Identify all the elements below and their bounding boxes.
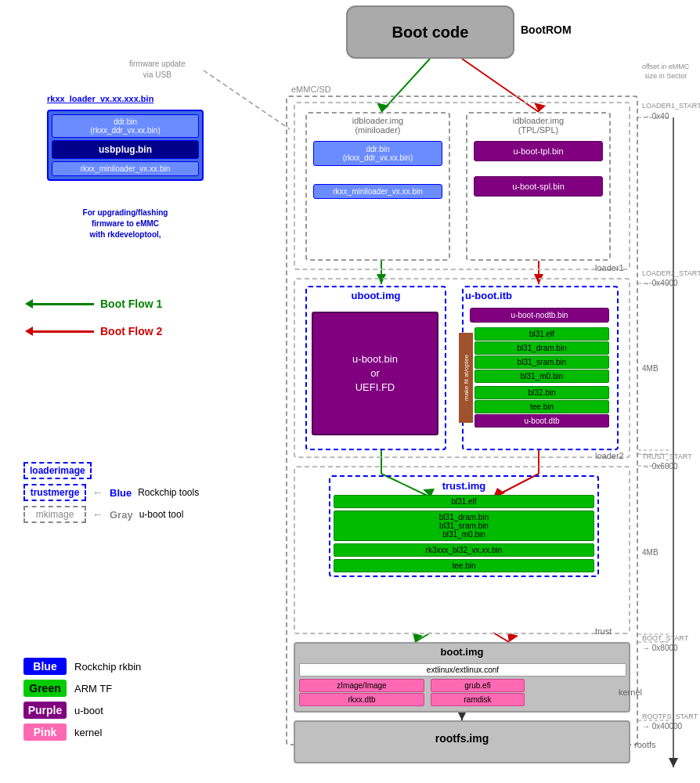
- boot-flow-2-arrow: [31, 330, 94, 333]
- kernel-label: kernel: [619, 687, 642, 697]
- trust-img-box: trust.img bl31.elf bl31_dram.bin bl31_sr…: [329, 475, 599, 577]
- idbloader-mini-title: idbloader.img(miniloader): [309, 116, 446, 135]
- usbplug-bin-box: usbplug.bin: [52, 140, 199, 159]
- boot-ramdisk-box: ramdisk: [431, 693, 525, 706]
- legend-blue-desc: Rockchip rkbin: [74, 661, 141, 673]
- rkxx-mini-box: rkxx_miniloader_vx.xx.bin: [52, 161, 199, 176]
- tee-bin-box: tee.bin: [474, 400, 609, 413]
- bl31-sram-box: bl31_sram.bin: [474, 355, 609, 369]
- emmc-sd-label: eMMC/SD: [291, 85, 331, 94]
- legend-green-row: Green ARM TF: [23, 680, 141, 697]
- boot-extlinux-box: extlinux/extlinux.conf: [299, 663, 626, 677]
- bl31-m0-box: bl31_m0.bin: [474, 370, 609, 383]
- loader1-start-label: LOADER1_START: [642, 102, 700, 110]
- diagram-container: Boot code BootROM firmware updatevia USB…: [0, 0, 700, 783]
- usb-loader-box: ddr.bin(rkxx_ddr_vx.xx.bin) usbplug.bin …: [47, 110, 204, 181]
- trust-start-label: TRUST_START: [642, 453, 692, 460]
- boot-flow-2-container: Boot Flow 2: [31, 325, 162, 337]
- ddr-bin-box: ddr.bin(rkxx_ddr_vx.xx.bin): [52, 114, 199, 138]
- trust-img-title: trust.img: [334, 480, 594, 492]
- loaderimage-row: loaderimage: [23, 462, 282, 479]
- tools-legend: loaderimage trustmerge ← Blue Rockchip t…: [23, 462, 282, 528]
- color-legend: Blue Rockchip rkbin Green ARM TF Purple …: [23, 658, 141, 741]
- gray-tools-label: Gray: [110, 509, 133, 521]
- legend-purple-swatch: Purple: [23, 702, 67, 719]
- boot-flow-1-arrow: [31, 303, 94, 305]
- legend-green-swatch: Green: [23, 680, 67, 697]
- boot-start-label: BOOT_START: [642, 634, 688, 642]
- bl31-elf-box: bl31.elf: [474, 327, 609, 341]
- mini-ddr-bin-box: ddr.bin(rkxx_ddr_vx.xx.bin): [313, 141, 442, 166]
- offset-0x4000: → 0x4000: [642, 279, 678, 287]
- legend-blue-row: Blue Rockchip rkbin: [23, 658, 141, 675]
- loaderimage-box: loaderimage: [23, 462, 92, 479]
- bootrom-label: BootROM: [521, 23, 572, 36]
- rootfs-label: rootfs: [634, 740, 656, 749]
- blue-tools-label: Blue: [110, 487, 132, 499]
- trust-bl31-group: bl31_dram.bin bl31_sram.bin bl31_m0.bin: [334, 511, 594, 541]
- offset-0x8000: → 0x8000: [642, 644, 678, 652]
- boot-flow-1-label: Boot Flow 1: [100, 298, 162, 310]
- boot-flow-1-container: Boot Flow 1: [31, 298, 162, 310]
- rootfs-start-label: ROOTFS_START: [642, 713, 698, 720]
- trust-label: trust: [595, 626, 612, 636]
- loader1-label: loader1: [595, 263, 624, 272]
- offset-0x6000: → 0x6000: [642, 462, 678, 471]
- loader2-label: loader2: [595, 451, 624, 460]
- boot-grub-box: grub.efi: [431, 679, 525, 692]
- mkimage-box: mkimage: [23, 506, 86, 523]
- usb-description: For upgrading/flashingfirmware to eMMCwi…: [47, 207, 204, 240]
- loader2-start-label: LOADER2_START: [642, 269, 700, 277]
- trustmerge-box: trustmerge: [23, 484, 86, 501]
- trust-rk3xxx-box: rk3xxx_bl32_vx.xx.bin: [334, 543, 594, 557]
- svg-line-0: [204, 70, 290, 129]
- rkxx-loader-label: rkxx_loader_vx.xx.xxx.bin: [47, 94, 153, 103]
- legend-pink-swatch: Pink: [23, 723, 67, 741]
- bl31-dram-box: bl31_dram.bin: [474, 341, 609, 355]
- uboot-img-title: uboot.img: [309, 290, 442, 301]
- trust-bl31-elf-box: bl31.elf: [334, 495, 594, 508]
- legend-green-desc: ARM TF: [74, 683, 112, 695]
- boot-flow-2-label: Boot Flow 2: [100, 325, 162, 337]
- uboot-nodtb-box: u-boot-nodtb.bin: [470, 308, 609, 323]
- make-fit-label: make fit at/optee: [459, 333, 473, 423]
- uboot-dtb-box: u-boot.dtb: [474, 414, 609, 428]
- mkimage-row: mkimage ← Gray u-boot tool: [23, 506, 282, 523]
- boot-img-title: boot.img: [298, 646, 626, 658]
- offset-0x40: → 0x40: [642, 112, 669, 121]
- trust-size-label: 4MB: [642, 548, 659, 557]
- uboot-itb-title: u-boot.itb: [465, 290, 512, 301]
- offset-0x40000: → 0x40000: [642, 722, 682, 731]
- boot-rkxx-dtb-box: rkxx.dtb: [299, 693, 424, 706]
- boot-code-label: Boot code: [392, 23, 469, 41]
- trust-tee-box: tee.bin: [334, 559, 594, 572]
- mini-rkxx-box: rkxx_miniloader_vx.xx.bin: [313, 184, 442, 199]
- gray-tools-desc: u-boot tool: [139, 509, 184, 520]
- blue-tools-desc: Rockchip tools: [138, 487, 199, 498]
- legend-purple-row: Purple u-boot: [23, 702, 141, 719]
- bl32-box: bl32.bin: [474, 386, 609, 399]
- legend-purple-desc: u-boot: [74, 705, 103, 716]
- loader2-size-label: 4MB: [642, 364, 659, 373]
- rootfs-title: rootfs.img: [298, 732, 626, 745]
- uboot-tpl-box: u-boot-tpl.bin: [474, 141, 603, 161]
- firmware-update-label: firmware updatevia USB: [129, 59, 186, 81]
- legend-blue-swatch: Blue: [23, 658, 67, 675]
- uboot-bin-box: u-boot.binorUEFI.FD: [312, 312, 438, 435]
- svg-marker-22: [669, 758, 678, 767]
- legend-pink-desc: kernel: [74, 727, 102, 738]
- boot-zimage-box: zImage/Image: [299, 679, 424, 692]
- trustmerge-row: trustmerge ← Blue Rockchip tools: [23, 484, 282, 501]
- uboot-spl-box: u-boot-spl.bin: [474, 176, 603, 197]
- boot-code-box: Boot code: [346, 5, 514, 59]
- legend-pink-row: Pink kernel: [23, 723, 141, 741]
- offset-title: offset in eMMCsize in Sector: [642, 63, 689, 81]
- idbloader-tpl-title: idbloader.img(TPL/SPL): [470, 116, 607, 135]
